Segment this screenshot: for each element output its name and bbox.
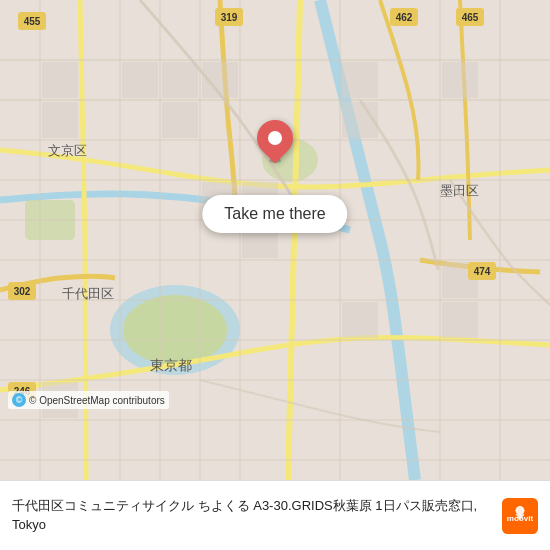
location-pin xyxy=(257,120,293,163)
map-attribution: © © OpenStreetMap contributors xyxy=(8,391,169,409)
take-me-there-button[interactable]: Take me there xyxy=(202,195,347,233)
svg-rect-39 xyxy=(442,302,478,338)
svg-text:302: 302 xyxy=(14,286,31,297)
svg-rect-28 xyxy=(162,62,198,98)
svg-text:462: 462 xyxy=(396,12,413,23)
svg-rect-31 xyxy=(342,62,378,98)
svg-text:319: 319 xyxy=(221,12,238,23)
svg-rect-29 xyxy=(162,102,198,138)
svg-rect-27 xyxy=(122,62,158,98)
svg-point-61 xyxy=(516,506,525,515)
osm-logo: © xyxy=(12,393,26,407)
svg-text:455: 455 xyxy=(24,16,41,27)
svg-point-3 xyxy=(123,295,227,365)
svg-text:文京区: 文京区 xyxy=(48,143,87,158)
svg-rect-25 xyxy=(42,62,78,98)
attribution-text: © OpenStreetMap contributors xyxy=(29,395,165,406)
bottom-bar: 千代田区コミュニティサイクル ちよくる A3-30.GRIDS秋葉原 1日パス販… xyxy=(0,480,550,550)
map-container[interactable]: 455 319 462 465 302 246 474 文京区 千代田区 東京都… xyxy=(0,0,550,480)
svg-rect-33 xyxy=(442,62,478,98)
location-name: 千代田区コミュニティサイクル ちよくる A3-30.GRIDS秋葉原 1日パス販… xyxy=(12,497,492,533)
svg-rect-37 xyxy=(342,302,378,338)
moovit-logo: moovit xyxy=(502,498,538,534)
svg-text:東京都: 東京都 xyxy=(150,357,192,373)
svg-text:千代田区: 千代田区 xyxy=(62,286,114,301)
svg-rect-26 xyxy=(42,102,78,138)
svg-text:474: 474 xyxy=(474,266,491,277)
popup-container: Take me there xyxy=(202,195,347,233)
svg-text:465: 465 xyxy=(462,12,479,23)
